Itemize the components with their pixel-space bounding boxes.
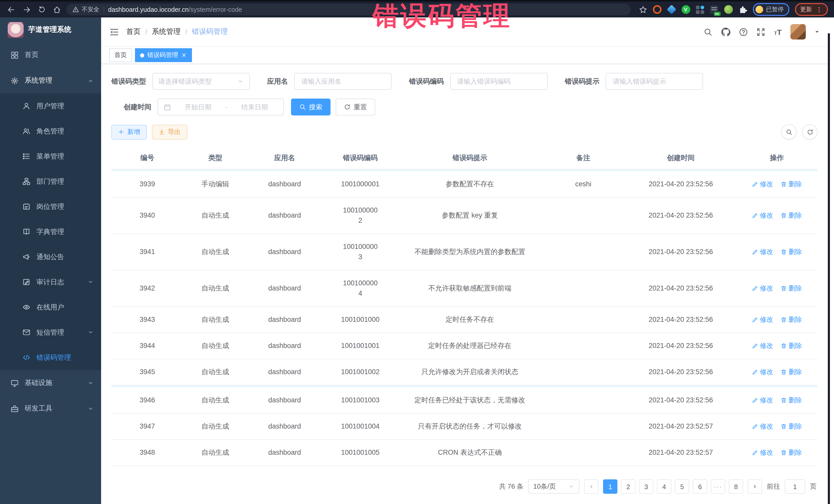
table-row: 3944 自动生成 dashboard 1001001001 定时任务的处理器已… bbox=[111, 333, 817, 359]
trash-icon bbox=[781, 423, 787, 430]
extension-icon-gem[interactable] bbox=[666, 5, 676, 14]
page-button-2[interactable]: 2 bbox=[621, 479, 635, 494]
add-button[interactable]: 新增 bbox=[111, 125, 147, 139]
prev-page-button[interactable] bbox=[584, 479, 598, 494]
sidebar-item-dictionary[interactable]: 字典管理 bbox=[0, 219, 101, 244]
cell-type: 自动生成 bbox=[183, 359, 247, 385]
github-icon[interactable] bbox=[721, 27, 730, 37]
sidebar-item-users[interactable]: 用户管理 bbox=[0, 93, 101, 118]
breadcrumb-home[interactable]: 首页 bbox=[126, 27, 140, 37]
page-button-5[interactable]: 5 bbox=[675, 479, 689, 494]
pager-ellipsis[interactable]: ··· bbox=[711, 479, 725, 494]
export-button[interactable]: 导出 bbox=[152, 125, 187, 139]
breadcrumb-system[interactable]: 系统管理 bbox=[152, 27, 181, 37]
edit-link[interactable]: 修改 bbox=[752, 447, 773, 458]
avatar-caret-icon[interactable] bbox=[814, 29, 820, 35]
sidebar-item-system[interactable]: 系统管理 bbox=[0, 68, 101, 93]
close-tab-icon[interactable] bbox=[181, 52, 187, 58]
table-row: 3939 手动编辑 dashboard 1001000001 参数配置不存在 c… bbox=[111, 171, 817, 198]
sidebar-item-posts[interactable]: 岗位管理 bbox=[0, 194, 101, 219]
dashboard-icon bbox=[11, 51, 19, 59]
address-bar[interactable]: 不安全 dashboard.yudao.iocoder.cn/system/er… bbox=[66, 4, 631, 15]
edit-link[interactable]: 修改 bbox=[752, 341, 773, 351]
error-msg-input[interactable] bbox=[612, 77, 697, 86]
extension-icon-green[interactable] bbox=[724, 5, 733, 14]
extension-icon-adblock[interactable]: on bbox=[709, 5, 718, 14]
edit-link[interactable]: 修改 bbox=[752, 247, 773, 257]
edit-link[interactable]: 修改 bbox=[752, 314, 773, 325]
extension-icon-vue-devtools[interactable]: V bbox=[681, 5, 690, 14]
help-icon[interactable] bbox=[739, 27, 748, 36]
back-icon[interactable] bbox=[7, 5, 15, 14]
delete-link[interactable]: 删除 bbox=[781, 367, 802, 377]
page-button-4[interactable]: 4 bbox=[657, 479, 671, 494]
sidebar-item-departments[interactable]: 部门管理 bbox=[0, 169, 101, 194]
page-button-3[interactable]: 3 bbox=[639, 479, 653, 494]
refresh-table-button[interactable] bbox=[802, 124, 817, 139]
edit-link-label: 修改 bbox=[760, 211, 773, 221]
toggle-search-button[interactable] bbox=[781, 124, 796, 139]
error-code-input[interactable] bbox=[456, 77, 541, 86]
delete-link[interactable]: 删除 bbox=[781, 179, 802, 190]
delete-link[interactable]: 删除 bbox=[781, 211, 802, 221]
edit-link[interactable]: 修改 bbox=[752, 179, 773, 190]
delete-link[interactable]: 删除 bbox=[781, 314, 802, 325]
delete-link[interactable]: 删除 bbox=[781, 283, 802, 293]
sidebar-item-audit-log[interactable]: 审计日志 bbox=[0, 269, 101, 294]
edit-link-label: 修改 bbox=[760, 341, 773, 351]
sidebar-item-roles[interactable]: 角色管理 bbox=[0, 118, 101, 144]
cell-ops: 修改 删除 bbox=[736, 276, 817, 301]
sidebar-item-notices[interactable]: 通知公告 bbox=[0, 244, 101, 269]
page-button-6[interactable]: 6 bbox=[693, 479, 707, 494]
tab-home[interactable]: 首页 bbox=[109, 48, 132, 62]
delete-link[interactable]: 删除 bbox=[781, 247, 802, 257]
app-name-input[interactable] bbox=[300, 77, 386, 86]
sidebar-item-sms[interactable]: 短信管理 bbox=[0, 320, 101, 345]
edit-link[interactable]: 修改 bbox=[752, 395, 773, 406]
extension-icon-orange[interactable] bbox=[653, 5, 661, 14]
page-button-8[interactable]: 8 bbox=[729, 479, 743, 494]
security-chip[interactable]: 不安全 bbox=[72, 6, 99, 13]
edit-link[interactable]: 修改 bbox=[752, 367, 773, 377]
delete-link[interactable]: 删除 bbox=[781, 447, 802, 458]
sidebar-item-home[interactable]: 首页 bbox=[0, 42, 101, 68]
avatar[interactable] bbox=[790, 24, 806, 40]
sidebar-fold-icon[interactable] bbox=[109, 27, 119, 37]
delete-link[interactable]: 删除 bbox=[781, 395, 802, 406]
fullscreen-icon[interactable] bbox=[757, 27, 766, 36]
edit-link[interactable]: 修改 bbox=[752, 211, 773, 221]
cell-type: 自动生成 bbox=[183, 440, 247, 465]
browser-update-button[interactable]: 更新 bbox=[795, 3, 828, 16]
sidebar-item-infrastructure[interactable]: 基础设施 bbox=[0, 370, 101, 396]
tab-error-code[interactable]: 错误码管理 bbox=[135, 48, 192, 62]
sidebar-item-menus[interactable]: 菜单管理 bbox=[0, 144, 101, 169]
browser-menu-icon[interactable] bbox=[815, 6, 823, 13]
reset-button[interactable]: 重置 bbox=[336, 98, 375, 115]
edit-link-label: 修改 bbox=[760, 421, 773, 432]
search-icon[interactable] bbox=[704, 27, 712, 36]
font-size-icon[interactable]: TT bbox=[774, 27, 782, 36]
delete-link[interactable]: 删除 bbox=[781, 421, 802, 432]
table-header-strip bbox=[111, 169, 817, 171]
reload-icon[interactable] bbox=[38, 6, 46, 13]
edit-link[interactable]: 修改 bbox=[752, 283, 773, 293]
next-page-button[interactable] bbox=[748, 479, 762, 494]
browser-profile-chip[interactable]: 已暂停 bbox=[753, 3, 789, 16]
bookmark-star-icon[interactable] bbox=[639, 5, 647, 14]
date-range-picker[interactable]: 开始日期 - 结束日期 bbox=[158, 98, 284, 115]
delete-link[interactable]: 删除 bbox=[781, 341, 802, 351]
edit-link[interactable]: 修改 bbox=[752, 421, 773, 432]
edit-link-label: 修改 bbox=[760, 247, 773, 257]
page-size-select[interactable]: 10条/页 bbox=[528, 479, 579, 494]
sidebar-item-devtools[interactable]: 研发工具 bbox=[0, 396, 101, 421]
extensions-puzzle-icon[interactable] bbox=[738, 5, 747, 14]
page-button-1[interactable]: 1 bbox=[603, 479, 617, 494]
sidebar-item-online-users[interactable]: 在线用户 bbox=[0, 294, 101, 320]
search-button[interactable]: 搜索 bbox=[291, 98, 331, 115]
sidebar-item-error-code[interactable]: 错误码管理 bbox=[0, 345, 101, 370]
home-icon[interactable] bbox=[53, 5, 61, 14]
goto-page-input[interactable] bbox=[785, 479, 805, 494]
error-type-select[interactable]: 请选择错误码类型 bbox=[152, 73, 250, 90]
extension-icon-grid[interactable] bbox=[696, 5, 704, 14]
forward-icon[interactable] bbox=[23, 5, 31, 14]
